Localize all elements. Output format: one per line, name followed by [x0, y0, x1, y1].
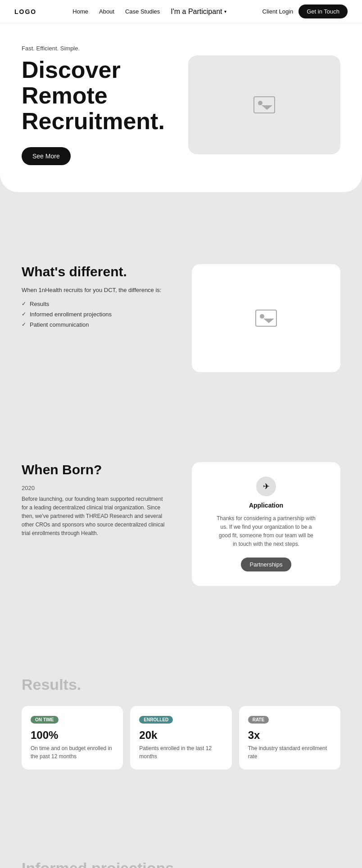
result-card-2: ENROLLED 20k Patients enrolled in the la…: [130, 706, 231, 769]
results-cards: ON TIME 100% On time and on budget enrol…: [22, 706, 340, 769]
checklist-item-1: ✓ Results: [22, 301, 170, 307]
partnerships-button[interactable]: Partnerships: [241, 558, 292, 571]
results-section: Results. ON TIME 100% On time and on bud…: [0, 658, 362, 787]
checklist-item-3: ✓ Patient communication: [22, 321, 170, 328]
result-number-1: 100%: [31, 729, 114, 742]
checklist-item-2: ✓ Informed enrollment projections: [22, 311, 170, 318]
check-icon-1: ✓: [22, 301, 26, 307]
hero-image: [188, 55, 340, 154]
projections-section: Informed projections. When Health presen…: [0, 841, 362, 868]
hero-tagline: Fast. Efficient. Simple.: [22, 45, 174, 52]
what-different-subtitle: When 1nHealth recruits for you DCT, the …: [22, 287, 170, 293]
logo: LOGO: [14, 8, 36, 15]
application-title: Application: [249, 502, 283, 509]
result-number-2: 20k: [139, 729, 222, 742]
result-number-3: 3x: [248, 729, 331, 742]
check-icon-2: ✓: [22, 311, 26, 317]
year-label: 2020: [22, 485, 170, 491]
result-card-3: RATE 3x The industry standard enrollment…: [239, 706, 340, 769]
when-born-title: When Born?: [22, 462, 170, 477]
what-different-placeholder-icon: [255, 310, 277, 327]
hero-section: Fast. Efficient. Simple. Discover Remote…: [0, 23, 362, 192]
what-different-image-card: [192, 264, 340, 372]
what-different-checklist: ✓ Results ✓ Informed enrollment projecti…: [22, 301, 170, 328]
result-card-1: ON TIME 100% On time and on budget enrol…: [22, 706, 123, 769]
result-desc-3: The industry standard enrollment rate: [248, 744, 331, 760]
nav-links: Home About Case Studies I'm a Participan…: [72, 8, 226, 16]
nav-about[interactable]: About: [99, 8, 114, 15]
application-text: Thanks for considering a partnership wit…: [217, 514, 316, 549]
nav-participant-dropdown[interactable]: I'm a Participant ▾: [171, 8, 226, 16]
get-in-touch-button[interactable]: Get in Touch: [299, 4, 348, 18]
application-icon: ✈: [256, 477, 276, 496]
nav-case-studies[interactable]: Case Studies: [125, 8, 160, 15]
projections-title: Informed projections.: [22, 859, 340, 868]
badge-enrolled: ENROLLED: [139, 716, 173, 724]
result-desc-2: Patients enrolled in the last 12 months: [139, 744, 222, 760]
client-login-link[interactable]: Client Login: [262, 8, 294, 15]
result-desc-1: On time and on budget enrolled in the pa…: [31, 744, 114, 760]
hero-see-more-button[interactable]: See More: [22, 147, 71, 165]
what-different-image: [192, 264, 340, 372]
application-card-container: ✈ Application Thanks for considering a p…: [192, 462, 340, 586]
chevron-down-icon: ▾: [224, 9, 226, 14]
navigation: LOGO Home About Case Studies I'm a Parti…: [0, 0, 362, 23]
nav-right: Client Login Get in Touch: [262, 4, 348, 18]
hero-title: Discover Remote Recruitment.: [22, 57, 174, 135]
what-different-left: What's different. When 1nHealth recruits…: [22, 264, 170, 328]
what-different-title: What's different.: [22, 264, 170, 279]
hero-image-placeholder-icon: [253, 96, 275, 113]
hero-left: Fast. Efficient. Simple. Discover Remote…: [22, 45, 174, 165]
application-card: ✈ Application Thanks for considering a p…: [192, 462, 340, 586]
when-born-left: When Born? 2020 Before launching, our fo…: [22, 462, 170, 538]
born-description: Before launching, our founding team supp…: [22, 495, 170, 538]
nav-home[interactable]: Home: [72, 8, 88, 15]
badge-rate: RATE: [248, 716, 269, 724]
check-icon-3: ✓: [22, 321, 26, 328]
badge-on-time: ON TIME: [31, 716, 59, 724]
what-different-section: What's different. When 1nHealth recruits…: [0, 246, 362, 390]
results-title: Results.: [22, 676, 340, 693]
when-born-section: When Born? 2020 Before launching, our fo…: [0, 444, 362, 604]
